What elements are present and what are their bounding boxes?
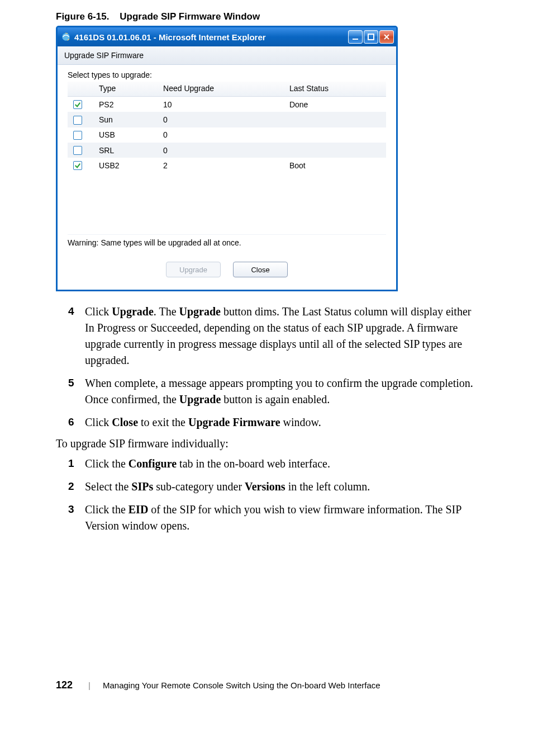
step-body: Click the Configure tab in the on-board … [85, 456, 483, 472]
step-body: Click the EID of the SIP for which you w… [85, 502, 483, 534]
step-number: 3 [68, 502, 85, 534]
cell-need: 10 [158, 97, 284, 112]
cell-need: 0 [158, 143, 284, 158]
step-b2: 2 Select the SIPs sub-category under Ver… [68, 479, 483, 495]
figure-caption: Figure 6-15. Upgrade SIP Firmware Window [56, 11, 483, 22]
minimize-button[interactable] [348, 30, 363, 44]
col-last-status: Last Status [284, 82, 386, 97]
step-body: Click Close to exit the Upgrade Firmware… [85, 414, 483, 431]
col-need-upgrade: Need Upgrade [158, 82, 284, 97]
select-types-label: Select types to upgrade: [68, 70, 386, 79]
maximize-button[interactable] [364, 30, 378, 44]
warning-text: Warning: Same types will be upgraded all… [68, 234, 386, 252]
dialog-subheader: Upgrade SIP Firmware [58, 46, 396, 65]
window-title: 4161DS 01.01.06.01 - Microsoft Internet … [74, 32, 348, 42]
dialog-window: 4161DS 01.01.06.01 - Microsoft Internet … [56, 26, 398, 291]
cell-last [284, 127, 386, 143]
window-close-button[interactable] [379, 30, 394, 44]
footer-text: Managing Your Remote Console Switch Usin… [103, 681, 380, 690]
step-number: 6 [68, 414, 85, 431]
cell-last: Boot [284, 158, 386, 173]
cell-type: SRL [93, 143, 158, 158]
cell-need: 2 [158, 158, 284, 173]
table-row: USB2 2 Boot [68, 158, 386, 173]
table-row: Sun 0 [68, 112, 386, 127]
cell-type: USB2 [93, 158, 158, 173]
col-type: Type [93, 82, 158, 97]
cell-type: Sun [93, 112, 158, 127]
step-body: When complete, a message appears prompti… [85, 375, 483, 408]
figure-label: Figure 6-15. [56, 11, 109, 22]
step-b1: 1 Click the Configure tab in the on-boar… [68, 456, 483, 472]
step-b3: 3 Click the EID of the SIP for which you… [68, 502, 483, 534]
cell-need: 0 [158, 127, 284, 143]
cell-last [284, 112, 386, 127]
page-number: 122 [56, 679, 73, 691]
table-row: SRL 0 [68, 143, 386, 158]
checkbox-ps2[interactable] [73, 100, 82, 109]
cell-type: PS2 [93, 97, 158, 112]
step-number: 5 [68, 375, 85, 408]
titlebar: 4161DS 01.01.06.01 - Microsoft Internet … [58, 27, 396, 46]
svg-rect-3 [368, 34, 374, 40]
cell-need: 0 [158, 112, 284, 127]
ie-icon [61, 32, 71, 42]
sip-table: Type Need Upgrade Last Status PS2 10 Don… [68, 82, 386, 234]
step-4: 4 Click Upgrade. The Upgrade button dims… [68, 304, 483, 368]
intro-line: To upgrade SIP firmware individually: [56, 437, 483, 450]
col-checkbox [68, 82, 93, 97]
cell-last: Done [284, 97, 386, 112]
checkbox-srl[interactable] [73, 146, 82, 155]
step-number: 1 [68, 456, 85, 472]
step-body: Click Upgrade. The Upgrade button dims. … [85, 304, 483, 368]
upgrade-button: Upgrade [166, 262, 221, 277]
step-number: 4 [68, 304, 85, 368]
step-5: 5 When complete, a message appears promp… [68, 375, 483, 408]
cell-type: USB [93, 127, 158, 143]
checkbox-sun[interactable] [73, 116, 82, 125]
step-number: 2 [68, 479, 85, 495]
checkbox-usb2[interactable] [73, 161, 82, 170]
step-6: 6 Click Close to exit the Upgrade Firmwa… [68, 414, 483, 431]
footer-separator: | [88, 681, 91, 690]
step-body: Select the SIPs sub-category under Versi… [85, 479, 483, 495]
cell-last [284, 143, 386, 158]
page-footer: 122 | Managing Your Remote Console Switc… [56, 679, 483, 708]
figure-title: Upgrade SIP Firmware Window [120, 11, 260, 22]
table-row: PS2 10 Done [68, 97, 386, 112]
svg-rect-2 [353, 39, 358, 40]
checkbox-usb[interactable] [73, 131, 82, 140]
table-row: USB 0 [68, 127, 386, 143]
close-button[interactable]: Close [233, 262, 288, 277]
